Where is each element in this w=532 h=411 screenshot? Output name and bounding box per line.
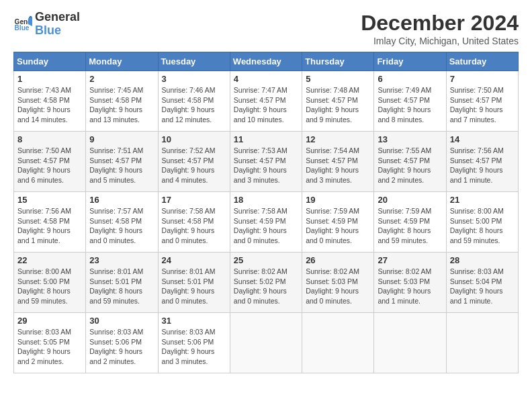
day-detail: Sunrise: 8:01 AM Sunset: 5:01 PM Dayligh… (162, 267, 226, 306)
table-row: 3 Sunrise: 7:46 AM Sunset: 4:58 PM Dayli… (158, 71, 230, 132)
day-number: 14 (450, 134, 515, 144)
day-detail: Sunrise: 7:55 AM Sunset: 4:57 PM Dayligh… (378, 146, 442, 185)
day-number: 18 (234, 195, 298, 205)
logo-blue: Blue (35, 24, 80, 38)
table-row: 16 Sunrise: 7:57 AM Sunset: 4:58 PM Dayl… (86, 192, 158, 253)
col-wednesday: Wednesday (230, 52, 302, 71)
day-detail: Sunrise: 8:03 AM Sunset: 5:04 PM Dayligh… (450, 267, 515, 306)
table-row: 6 Sunrise: 7:49 AM Sunset: 4:57 PM Dayli… (374, 71, 446, 132)
day-number: 1 (17, 74, 82, 84)
table-row: 29 Sunrise: 8:03 AM Sunset: 5:05 PM Dayl… (14, 313, 86, 373)
day-number: 17 (162, 195, 226, 205)
day-detail: Sunrise: 8:00 AM Sunset: 5:00 PM Dayligh… (17, 267, 82, 306)
table-row: 19 Sunrise: 7:59 AM Sunset: 4:59 PM Dayl… (302, 192, 374, 253)
table-row (230, 313, 302, 373)
day-number: 24 (162, 255, 226, 265)
day-detail: Sunrise: 7:46 AM Sunset: 4:58 PM Dayligh… (162, 85, 226, 125)
day-number: 27 (378, 255, 442, 265)
day-number: 3 (162, 74, 226, 84)
table-row: 30 Sunrise: 8:03 AM Sunset: 5:06 PM Dayl… (86, 313, 158, 373)
table-row: 4 Sunrise: 7:47 AM Sunset: 4:57 PM Dayli… (230, 71, 302, 132)
table-row: 7 Sunrise: 7:50 AM Sunset: 4:57 PM Dayli… (446, 71, 518, 132)
table-row: 24 Sunrise: 8:01 AM Sunset: 5:01 PM Dayl… (158, 253, 230, 313)
day-detail: Sunrise: 7:59 AM Sunset: 4:59 PM Dayligh… (306, 206, 370, 246)
table-row: 18 Sunrise: 7:58 AM Sunset: 4:59 PM Dayl… (230, 192, 302, 253)
day-detail: Sunrise: 7:53 AM Sunset: 4:57 PM Dayligh… (234, 146, 298, 185)
day-number: 31 (162, 316, 226, 326)
day-number: 25 (234, 255, 298, 265)
day-number: 12 (306, 134, 370, 144)
table-row: 31 Sunrise: 8:03 AM Sunset: 5:06 PM Dayl… (158, 313, 230, 373)
calendar-row: 15 Sunrise: 7:56 AM Sunset: 4:58 PM Dayl… (14, 192, 519, 253)
day-detail: Sunrise: 7:45 AM Sunset: 4:58 PM Dayligh… (89, 85, 154, 125)
table-row (302, 313, 374, 373)
table-row: 14 Sunrise: 7:56 AM Sunset: 4:57 PM Dayl… (446, 132, 518, 192)
table-row: 2 Sunrise: 7:45 AM Sunset: 4:58 PM Dayli… (86, 71, 158, 132)
table-row (446, 313, 518, 373)
day-number: 4 (234, 74, 298, 84)
day-detail: Sunrise: 7:48 AM Sunset: 4:57 PM Dayligh… (306, 85, 370, 125)
table-row: 5 Sunrise: 7:48 AM Sunset: 4:57 PM Dayli… (302, 71, 374, 132)
day-detail: Sunrise: 8:00 AM Sunset: 5:00 PM Dayligh… (450, 206, 515, 246)
col-tuesday: Tuesday (158, 52, 230, 71)
day-number: 19 (306, 195, 370, 205)
table-row: 10 Sunrise: 7:52 AM Sunset: 4:57 PM Dayl… (158, 132, 230, 192)
location-title: Imlay City, Michigan, United States (361, 36, 519, 46)
table-row: 11 Sunrise: 7:53 AM Sunset: 4:57 PM Dayl… (230, 132, 302, 192)
header: General Blue General Blue December 2024 … (13, 11, 519, 46)
calendar-row: 8 Sunrise: 7:50 AM Sunset: 4:57 PM Dayli… (14, 132, 519, 192)
table-row: 21 Sunrise: 8:00 AM Sunset: 5:00 PM Dayl… (446, 192, 518, 253)
table-row: 23 Sunrise: 8:01 AM Sunset: 5:01 PM Dayl… (86, 253, 158, 313)
table-row (374, 313, 446, 373)
table-row: 1 Sunrise: 7:43 AM Sunset: 4:58 PM Dayli… (14, 71, 86, 132)
day-detail: Sunrise: 7:51 AM Sunset: 4:57 PM Dayligh… (89, 146, 154, 185)
table-row: 8 Sunrise: 7:50 AM Sunset: 4:57 PM Dayli… (14, 132, 86, 192)
day-detail: Sunrise: 7:50 AM Sunset: 4:57 PM Dayligh… (450, 85, 515, 125)
day-detail: Sunrise: 8:01 AM Sunset: 5:01 PM Dayligh… (89, 267, 154, 306)
day-number: 15 (17, 195, 82, 205)
day-detail: Sunrise: 7:56 AM Sunset: 4:58 PM Dayligh… (17, 206, 82, 246)
table-row: 15 Sunrise: 7:56 AM Sunset: 4:58 PM Dayl… (14, 192, 86, 253)
day-number: 2 (89, 74, 154, 84)
calendar-row: 1 Sunrise: 7:43 AM Sunset: 4:58 PM Dayli… (14, 71, 519, 132)
day-detail: Sunrise: 8:03 AM Sunset: 5:06 PM Dayligh… (89, 327, 154, 367)
day-number: 11 (234, 134, 298, 144)
svg-text:Blue: Blue (15, 24, 30, 32)
day-detail: Sunrise: 8:02 AM Sunset: 5:03 PM Dayligh… (378, 267, 442, 306)
day-detail: Sunrise: 7:58 AM Sunset: 4:58 PM Dayligh… (162, 206, 226, 246)
col-saturday: Saturday (446, 52, 518, 71)
day-detail: Sunrise: 7:58 AM Sunset: 4:59 PM Dayligh… (234, 206, 298, 246)
calendar-row: 29 Sunrise: 8:03 AM Sunset: 5:05 PM Dayl… (14, 313, 519, 373)
col-thursday: Thursday (302, 52, 374, 71)
table-row: 9 Sunrise: 7:51 AM Sunset: 4:57 PM Dayli… (86, 132, 158, 192)
day-number: 5 (306, 74, 370, 84)
table-row: 17 Sunrise: 7:58 AM Sunset: 4:58 PM Dayl… (158, 192, 230, 253)
day-detail: Sunrise: 7:57 AM Sunset: 4:58 PM Dayligh… (89, 206, 154, 246)
day-number: 29 (17, 316, 82, 326)
table-row: 22 Sunrise: 8:00 AM Sunset: 5:00 PM Dayl… (14, 253, 86, 313)
day-detail: Sunrise: 7:49 AM Sunset: 4:57 PM Dayligh… (378, 85, 442, 125)
day-detail: Sunrise: 7:52 AM Sunset: 4:57 PM Dayligh… (162, 146, 226, 185)
table-row: 12 Sunrise: 7:54 AM Sunset: 4:57 PM Dayl… (302, 132, 374, 192)
day-number: 23 (89, 255, 154, 265)
table-row: 27 Sunrise: 8:02 AM Sunset: 5:03 PM Dayl… (374, 253, 446, 313)
day-number: 21 (450, 195, 515, 205)
calendar-row: 22 Sunrise: 8:00 AM Sunset: 5:00 PM Dayl… (14, 253, 519, 313)
day-detail: Sunrise: 7:54 AM Sunset: 4:57 PM Dayligh… (306, 146, 370, 185)
day-number: 8 (17, 134, 82, 144)
day-number: 10 (162, 134, 226, 144)
day-number: 22 (17, 255, 82, 265)
day-detail: Sunrise: 7:47 AM Sunset: 4:57 PM Dayligh… (234, 85, 298, 125)
table-row: 13 Sunrise: 7:55 AM Sunset: 4:57 PM Dayl… (374, 132, 446, 192)
day-number: 30 (89, 316, 154, 326)
day-number: 28 (450, 255, 515, 265)
table-row: 20 Sunrise: 7:59 AM Sunset: 4:59 PM Dayl… (374, 192, 446, 253)
day-detail: Sunrise: 8:02 AM Sunset: 5:02 PM Dayligh… (234, 267, 298, 306)
day-number: 13 (378, 134, 442, 144)
logo-icon: General Blue (13, 15, 32, 34)
header-row: Sunday Monday Tuesday Wednesday Thursday… (14, 52, 519, 71)
col-monday: Monday (86, 52, 158, 71)
day-number: 7 (450, 74, 515, 84)
day-number: 9 (89, 134, 154, 144)
day-detail: Sunrise: 7:59 AM Sunset: 4:59 PM Dayligh… (378, 206, 442, 246)
